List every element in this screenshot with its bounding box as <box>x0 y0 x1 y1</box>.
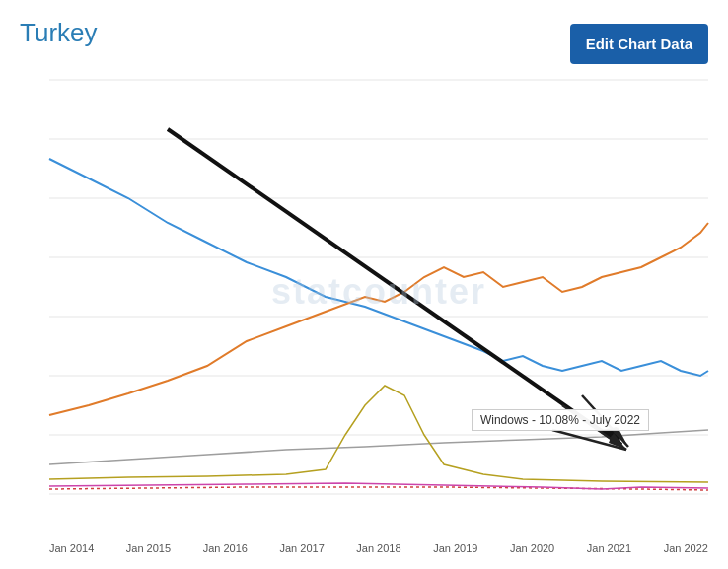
chart-title: Turkey <box>20 18 98 48</box>
edit-chart-data-button[interactable]: Edit Chart Data <box>570 24 708 64</box>
chart-svg <box>49 74 708 510</box>
x-axis: Jan 2014 Jan 2015 Jan 2016 Jan 2017 Jan … <box>49 542 708 554</box>
chart-area: statcounter <box>49 74 708 510</box>
x-label-8: Jan 2022 <box>664 542 708 554</box>
x-label-7: Jan 2021 <box>587 542 631 554</box>
x-label-6: Jan 2020 <box>510 542 554 554</box>
x-label-1: Jan 2015 <box>126 542 171 554</box>
x-label-4: Jan 2018 <box>356 542 400 554</box>
svg-line-8 <box>168 129 621 445</box>
x-label-0: Jan 2014 <box>49 542 94 554</box>
x-label-2: Jan 2016 <box>203 542 248 554</box>
chart-container: Turkey Edit Chart Data statcounter <box>0 0 728 569</box>
x-label-5: Jan 2019 <box>433 542 477 554</box>
x-label-3: Jan 2017 <box>279 542 324 554</box>
